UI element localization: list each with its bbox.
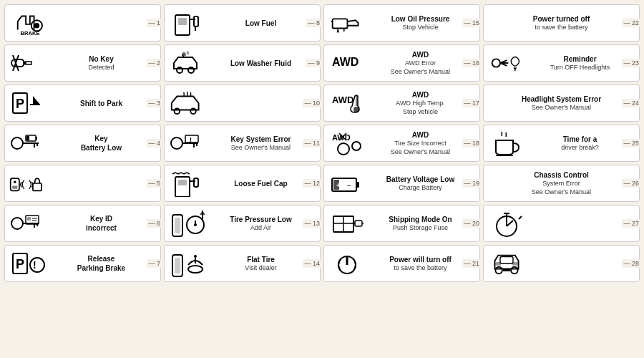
svg-point-105 (495, 267, 502, 274)
card-number-2: — 2 (147, 59, 162, 67)
car-icon (169, 90, 206, 116)
card-28: — 28 (483, 245, 640, 282)
svg-rect-54 (194, 178, 198, 187)
column-1: BRAKE — 1 No KeyDetected — 2 (4, 4, 161, 354)
card-9-text: Low Washer Fluid (206, 59, 316, 68)
svg-point-66 (194, 255, 197, 258)
svg-rect-52 (178, 180, 187, 185)
svg-marker-10 (33, 96, 40, 105)
card-number-10: — 10 (303, 99, 321, 107)
card-number-21: — 21 (462, 259, 481, 268)
keysys-icon: ! (169, 132, 206, 154)
svg-point-20 (14, 181, 16, 183)
svg-rect-87 (355, 221, 362, 226)
card-4: KeyBattery Low — 4 (4, 125, 161, 162)
card-number-20: — 20 (462, 219, 481, 228)
svg-point-33 (30, 258, 44, 272)
card-number-26: — 26 (622, 179, 640, 188)
card-number-28: — 28 (622, 259, 640, 268)
svg-rect-56 (175, 218, 180, 233)
card-number-15: — 15 (462, 19, 481, 27)
card-number-11: — 11 (303, 139, 321, 147)
card-22: Power turned offto save the battery — 22 (483, 4, 640, 42)
card-18-text: AWDTire Size IncorrectSee Owner's Manual (366, 130, 475, 156)
svg-point-64 (188, 266, 203, 273)
card-24: Headlight System ErrorSee Owner's Manual… (483, 84, 640, 122)
card-number-1: — 1 (147, 19, 162, 27)
svg-text:P: P (16, 257, 24, 271)
card-23: ReminderTurn OFF Headlights — 23 (483, 44, 640, 82)
card-8: Low Fuel — 8 (164, 4, 321, 42)
card-number-27: — 27 (622, 219, 640, 228)
card-3: P Shift to Park — 3 (4, 84, 161, 122)
keyfob-icon (9, 172, 47, 195)
svg-point-106 (511, 267, 517, 274)
svg-text:–: – (347, 181, 351, 189)
card-number-22: — 22 (622, 19, 640, 27)
card-21-text: Power will turn offto save the battery (366, 255, 475, 273)
column-2: Low Fuel — 8 Low Washer Fluid — 9 (164, 4, 321, 354)
svg-point-12 (11, 137, 23, 149)
svg-rect-28 (27, 217, 31, 221)
card-number-19: — 19 (462, 179, 481, 188)
awdhot-icon: AWD (328, 90, 366, 116)
card-number-4: — 4 (147, 139, 162, 147)
card-8-text: Low Fuel (206, 19, 316, 28)
card-number-3: — 3 (147, 99, 162, 107)
card-12: Loose Fuel Cap — 12 (164, 165, 321, 202)
main-grid: BRAKE — 1 No KeyDetected — 2 (0, 0, 644, 358)
flattire-icon (169, 249, 206, 278)
card-number-8: — 8 (306, 19, 321, 27)
svg-point-92 (492, 59, 500, 67)
card-number-25: — 25 (622, 139, 640, 147)
svg-text:AWD: AWD (332, 95, 353, 105)
nokey-icon (9, 52, 47, 74)
card-14: Flat TireVisit dealer — 14 (164, 245, 321, 282)
washer-icon (169, 50, 206, 76)
card-7: P ! ReleaseParking Brake — 7 (4, 245, 161, 282)
card-16-text: AWDAWD ErrorSee Owner's Manual (366, 50, 475, 76)
card-13-text: Tire Pressure LowAdd Air (206, 215, 316, 233)
card-22-text: Power turned offto save the battery (488, 14, 635, 32)
card-7-text: ReleaseParking Brake (47, 254, 156, 273)
card-3-text: Shift to Park (47, 99, 156, 108)
svg-rect-17 (36, 137, 37, 140)
card-25: Time for adriver break? — 25 (483, 125, 640, 162)
card-11: ! Key System ErrorSee Owner's Manual — 1… (164, 125, 321, 162)
svg-point-75 (338, 143, 349, 155)
card-21: Power will turn offto save the battery —… (323, 245, 480, 282)
svg-rect-49 (185, 135, 198, 142)
card-12-text: Loose Fuel Cap (206, 179, 316, 188)
column-3: Low Oil PressureStop Vehicle — 15 AWD AW… (323, 4, 480, 354)
card-26: Chassis ControlSystem ErrorSee Owner's M… (483, 165, 640, 202)
timer-icon (488, 209, 525, 238)
card-26-text: Chassis ControlSystem ErrorSee Owner's M… (488, 170, 635, 196)
card-number-6: — 6 (147, 219, 162, 228)
card-6: Key IDincorrect — 6 (4, 205, 161, 242)
svg-rect-22 (33, 183, 42, 190)
svg-rect-67 (333, 19, 348, 28)
card-9: Low Washer Fluid — 9 (164, 44, 321, 82)
card-number-9: — 9 (306, 59, 321, 67)
svg-rect-63 (175, 258, 180, 274)
svg-rect-108 (495, 262, 501, 266)
svg-text:P: P (16, 97, 24, 111)
svg-text:BRAKE: BRAKE (21, 30, 40, 37)
card-15-text: Low Oil PressureStop Vehicle (366, 14, 475, 32)
card-17-text: AWDAWD High Temp.Stop vehicle (366, 90, 475, 116)
svg-rect-3 (11, 59, 24, 67)
power-icon (328, 251, 366, 276)
svg-text:AWD: AWD (332, 56, 358, 68)
card-number-14: — 14 (303, 259, 321, 268)
card-number-7: — 7 (147, 259, 162, 268)
svg-point-1 (34, 23, 40, 29)
card-6-text: Key IDincorrect (47, 214, 156, 233)
svg-line-101 (507, 221, 513, 226)
svg-point-45 (171, 137, 182, 149)
card-1: BRAKE — 1 (4, 4, 161, 42)
svg-line-104 (519, 216, 522, 219)
card-13: Tire Pressure LowAdd Air — 13 (164, 205, 321, 242)
awdsize-icon: AWD (328, 130, 366, 156)
card-19: + – Battery Voltage LowCharge Battery — … (323, 165, 480, 202)
card-number-17: — 17 (462, 99, 481, 107)
